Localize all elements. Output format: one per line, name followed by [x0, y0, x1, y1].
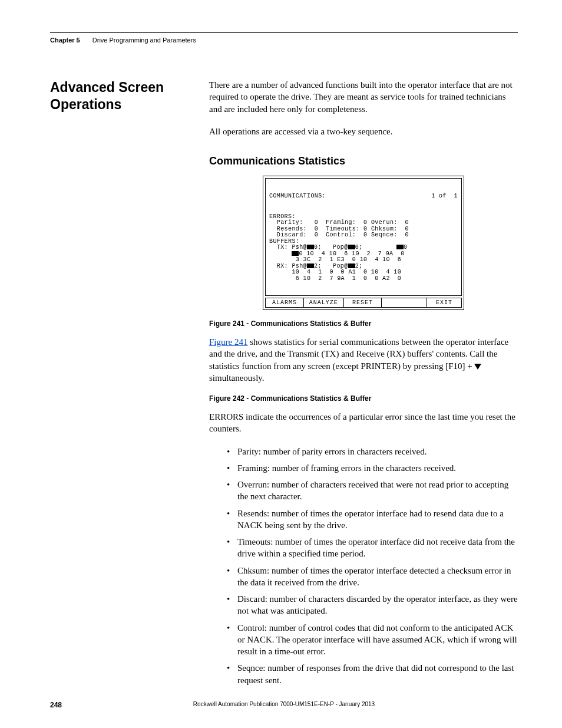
page-footer: 248 Rockwell Automation Publication 7000… [50, 701, 518, 709]
analyze-button[interactable]: ANALYZE [304, 298, 344, 308]
section-title: Advanced Screen Operations [50, 79, 197, 113]
running-header: Chapter 5 Drive Programming and Paramete… [50, 37, 518, 44]
intro-paragraph-1: There are a number of advanced functions… [209, 79, 518, 115]
list-item: Parity: number of parity errors in chara… [227, 446, 518, 457]
errors-intro: ERRORS indicate the occurrences of a par… [209, 411, 518, 435]
chapter-label: Chapter 5 [50, 37, 80, 44]
blank-button [382, 298, 427, 308]
figure-241-link[interactable]: Figure 241 [209, 337, 247, 347]
figure-241-caption: Figure 241 - Communications Statistics &… [209, 319, 518, 328]
intro-paragraph-2: All operations are accessed via a two-ke… [209, 126, 518, 137]
subsection-heading: Communications Statistics [209, 155, 518, 167]
list-item: Control: number of control codes that di… [227, 622, 518, 658]
list-item: Framing: number of framing errors in the… [227, 462, 518, 474]
comm-statistics-screen: COMMUNICATIONS: 1 of 1 ERRORS: Parity: 0… [263, 176, 464, 310]
down-arrow-icon [474, 364, 481, 370]
figure-241-paragraph: Figure 241 shows statistics for serial c… [209, 336, 518, 384]
alarms-button[interactable]: ALARMS [265, 298, 304, 308]
list-item: Timeouts: number of times the operator i… [227, 536, 518, 560]
errors-bullet-list: Parity: number of parity errors in chara… [209, 446, 518, 686]
screen-body: ERRORS: Parity: 0 Framing: 0 Overun: 0 R… [269, 214, 458, 282]
reset-button[interactable]: RESET [344, 298, 382, 308]
list-item: Discard: number of characters discarded … [227, 593, 518, 617]
screen-title: COMMUNICATIONS: [269, 193, 326, 200]
list-item: Overrun: number of characters received t… [227, 479, 518, 503]
screen-page: 1 of 1 [431, 193, 458, 200]
figure-242-caption: Figure 242 - Communications Statistics &… [209, 394, 518, 403]
publication-id: Rockwell Automation Publication 7000-UM1… [50, 701, 518, 707]
exit-button[interactable]: EXIT [427, 298, 462, 308]
chapter-title: Drive Programming and Parameters [92, 37, 196, 44]
list-item: Resends: number of times the operator in… [227, 508, 518, 532]
list-item: Chksum: number of times the operator int… [227, 565, 518, 589]
list-item: Seqnce: number of responses from the dri… [227, 662, 518, 686]
